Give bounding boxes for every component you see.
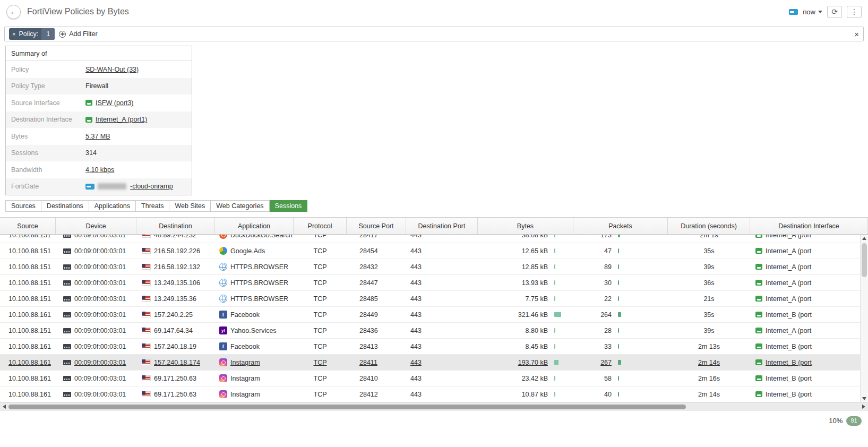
summary-value[interactable]: Internet_A (port1) xyxy=(85,116,147,123)
device-icon xyxy=(63,264,71,270)
cell-text: 47 xyxy=(604,247,612,255)
more-menu-button[interactable]: ⋮ xyxy=(847,6,862,18)
summary-label: Policy Type xyxy=(6,82,85,90)
packets-bar-zone xyxy=(615,360,668,365)
session-row[interactable]: 10.100.88.16100:09:0f:00:03:01157.240.2.… xyxy=(0,307,860,323)
refresh-button[interactable]: ⟳ xyxy=(827,6,842,18)
chevron-down-icon xyxy=(818,11,822,13)
tab-web-sites[interactable]: Web Sites xyxy=(169,200,211,212)
column-header-destination-port[interactable]: Destination Port xyxy=(406,218,478,234)
horizontal-scroll-thumb[interactable] xyxy=(8,405,686,409)
session-row[interactable]: 10.100.88.16100:09:0f:00:03:0169.171.250… xyxy=(0,371,860,386)
summary-label: Bandwidth xyxy=(6,166,85,174)
column-header-source[interactable]: Source xyxy=(0,218,56,234)
cell-text: 28485 xyxy=(359,295,378,303)
application-cell: Yahoo.Services xyxy=(215,323,294,338)
packets-bar-zone xyxy=(615,376,668,381)
time-range-dropdown[interactable]: now xyxy=(803,8,822,16)
column-header-destination-interface[interactable]: Destination Interface xyxy=(750,218,868,234)
cell-text: 443 xyxy=(410,235,422,239)
vertical-scroll-thumb[interactable] xyxy=(862,243,867,277)
device-icon xyxy=(63,312,71,317)
scroll-up-icon[interactable] xyxy=(862,237,866,240)
summary-value[interactable]: 5.37 MB xyxy=(85,133,110,140)
cell-text: 10.100.88.151 xyxy=(8,235,51,239)
column-header-duration-seconds-[interactable]: Duration (seconds) xyxy=(668,218,750,234)
cell-text: 314 xyxy=(85,149,97,157)
source-cell: 10.100.88.161 xyxy=(0,371,56,386)
cell-text: 443 xyxy=(410,391,422,398)
bytes-cell: 8.80 kB xyxy=(478,323,573,338)
session-row[interactable]: 10.100.88.16100:09:0f:00:03:01157.240.18… xyxy=(0,355,860,371)
cell-text: 8.80 kB xyxy=(526,327,548,334)
policy-filter-chip[interactable]: × Policy: 1 xyxy=(9,28,55,40)
column-header-protocol[interactable]: Protocol xyxy=(294,218,347,234)
scroll-down-icon[interactable] xyxy=(862,397,866,400)
packets-cell: 33 xyxy=(573,339,668,354)
back-button[interactable]: ← xyxy=(6,5,21,19)
interface-icon xyxy=(85,117,92,123)
column-header-application[interactable]: Application xyxy=(215,218,294,234)
bytes-cell: 10.87 kB xyxy=(478,386,573,402)
tab-applications[interactable]: Applications xyxy=(89,200,136,212)
scroll-position-label: 10% xyxy=(829,417,843,425)
bytes-bar-zone xyxy=(551,248,573,253)
cell-text: 00:09:0f:00:03:01 xyxy=(74,295,126,303)
tab-sessions[interactable]: Sessions xyxy=(270,200,308,212)
cell-text: 13.249.135.106 xyxy=(154,279,200,287)
session-row[interactable]: 10.100.88.15100:09:0f:00:03:0140.89.244.… xyxy=(0,235,860,243)
device-cell: 00:09:0f:00:03:01 xyxy=(56,259,136,274)
clear-filters-icon[interactable]: × xyxy=(854,30,859,38)
destination-interface-cell: Internet_B (port xyxy=(750,355,860,370)
time-range-label: now xyxy=(803,8,815,16)
summary-label: Policy xyxy=(6,66,85,73)
source-port-cell: 28417 xyxy=(347,235,406,243)
bytes-bar xyxy=(554,392,555,397)
tab-destinations[interactable]: Destinations xyxy=(41,200,89,212)
add-filter-button[interactable]: Add Filter xyxy=(59,30,98,38)
cell-text: 10.100.88.151 xyxy=(8,279,51,287)
us-flag-icon xyxy=(142,312,151,317)
scroll-left-icon[interactable] xyxy=(3,405,6,409)
cell-text: 10.100.88.151 xyxy=(8,247,51,255)
session-row[interactable]: 10.100.88.16100:09:0f:00:03:01157.240.18… xyxy=(0,339,860,355)
summary-value[interactable]: SD-WAN-Out (33) xyxy=(85,66,139,73)
destination-port-cell: 443 xyxy=(406,355,478,370)
interface-icon xyxy=(755,312,762,317)
destination-interface-cell: Internet_A (port xyxy=(750,259,860,274)
session-row[interactable]: 10.100.88.15100:09:0f:00:03:0169.147.64.… xyxy=(0,323,860,339)
cell-text: TCP xyxy=(314,359,327,366)
horizontal-scrollbar[interactable] xyxy=(0,402,868,411)
session-row[interactable]: 10.100.88.15100:09:0f:00:03:01216.58.192… xyxy=(0,243,860,259)
cell-text: 7.75 kB xyxy=(526,295,548,303)
session-row[interactable]: 10.100.88.15100:09:0f:00:03:0113.249.135… xyxy=(0,275,860,291)
cell-text: 28411 xyxy=(359,359,377,366)
column-header-packets[interactable]: Packets xyxy=(573,218,668,234)
packets-cell: 28 xyxy=(573,323,668,338)
column-header-bytes[interactable]: Bytes xyxy=(478,218,573,234)
remove-filter-icon[interactable]: × xyxy=(9,28,19,40)
tab-sources[interactable]: Sources xyxy=(5,200,41,212)
destination-cell: 216.58.192.226 xyxy=(136,243,215,259)
session-row[interactable]: 10.100.88.15100:09:0f:00:03:01216.58.192… xyxy=(0,259,860,275)
page-title: FortiView Policies by Bytes xyxy=(27,7,129,16)
summary-value[interactable]: ISFW (port3) xyxy=(85,99,134,107)
column-header-destination[interactable]: Destination xyxy=(136,218,215,234)
summary-value[interactable]: 4.10 kbps xyxy=(85,166,114,174)
summary-value[interactable]: -cloud-onramp xyxy=(85,183,173,190)
session-row[interactable]: 10.100.88.16100:09:0f:00:03:0169.171.250… xyxy=(0,386,860,402)
cell-text: 28436 xyxy=(359,327,378,334)
cell-text: 35s xyxy=(703,311,714,319)
tab-web-categories[interactable]: Web Categories xyxy=(211,200,269,212)
source-cell: 10.100.88.161 xyxy=(0,386,56,402)
session-row[interactable]: 10.100.88.15100:09:0f:00:03:0113.249.135… xyxy=(0,291,860,307)
column-header-device[interactable]: Device xyxy=(56,218,136,234)
cell-text: 10.100.88.151 xyxy=(8,327,51,334)
scroll-right-icon[interactable] xyxy=(862,405,865,409)
column-header-source-port[interactable]: Source Port xyxy=(347,218,406,234)
packets-bar-zone xyxy=(615,280,668,285)
vertical-scrollbar[interactable] xyxy=(860,235,868,402)
tab-threats[interactable]: Threats xyxy=(136,200,169,212)
cell-text: 8.45 kB xyxy=(526,343,548,350)
source-port-cell: 28485 xyxy=(347,291,406,306)
